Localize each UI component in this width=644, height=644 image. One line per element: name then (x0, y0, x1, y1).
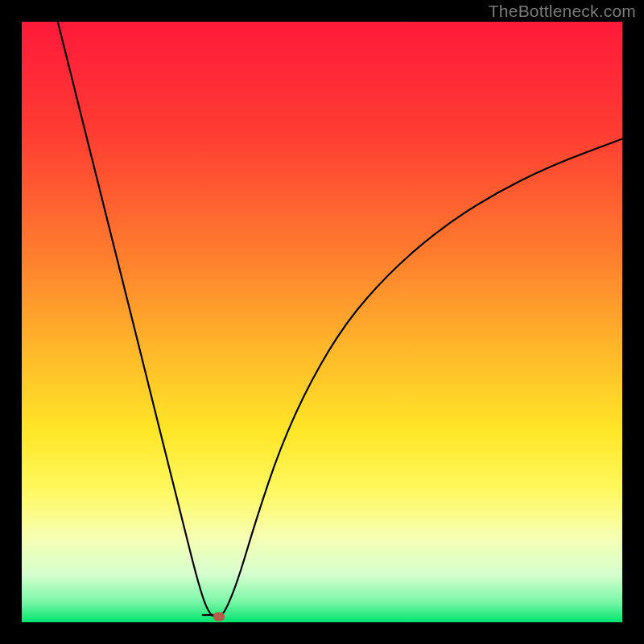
bottleneck-curve (22, 22, 622, 622)
curve-path (58, 22, 622, 617)
watermark-label: TheBottleneck.com (489, 2, 636, 21)
chart-frame: TheBottleneck.com (0, 0, 644, 644)
minimum-marker (213, 612, 225, 621)
